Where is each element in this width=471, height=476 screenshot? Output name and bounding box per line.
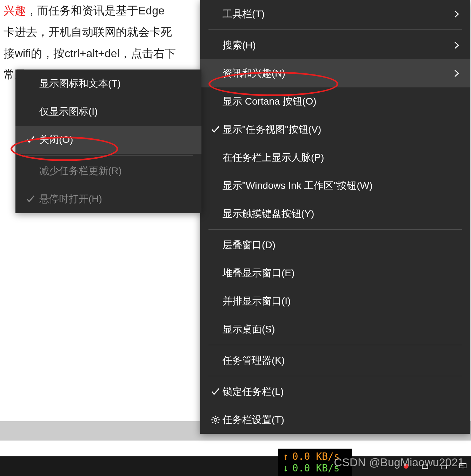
chevron-right-icon <box>451 10 462 18</box>
check-icon <box>208 125 223 134</box>
menu-separator <box>208 376 462 376</box>
menu-item-stack[interactable]: 堆叠显示窗口(E) <box>200 259 470 287</box>
menu-item-task-manager[interactable]: 任务管理器(K) <box>200 346 470 375</box>
chevron-right-icon <box>451 69 462 78</box>
submenu-item-close[interactable]: 关闭(O) <box>15 126 201 154</box>
tray-icon[interactable] <box>458 462 467 471</box>
submenu-item-icon-only[interactable]: 仅显示图标(I) <box>15 98 201 126</box>
submenu-item-hover-open: 悬停时打开(H) <box>15 185 201 213</box>
menu-item-cascade[interactable]: 层叠窗口(D) <box>200 231 470 259</box>
menu-item-taskview[interactable]: 显示"任务视图"按钮(V) <box>200 115 470 144</box>
arrow-up-icon: ↑ <box>283 451 289 462</box>
menu-item-lock-taskbar[interactable]: 锁定任务栏(L) <box>200 378 470 406</box>
svg-rect-11 <box>441 466 447 469</box>
svg-rect-12 <box>446 467 447 468</box>
svg-rect-10 <box>422 464 428 468</box>
taskbar[interactable] <box>0 456 471 476</box>
menu-item-people[interactable]: 在任务栏上显示人脉(P) <box>200 144 470 172</box>
svg-point-0 <box>214 418 217 421</box>
svg-line-8 <box>213 422 214 423</box>
svg-rect-13 <box>460 463 466 468</box>
gear-icon <box>208 415 223 425</box>
menu-item-show-desktop[interactable]: 显示桌面(S) <box>200 315 470 343</box>
news-interests-submenu: 显示图标和文本(T) 仅显示图标(I) 关闭(O) 减少任务栏更新(R) 悬停时… <box>15 70 201 213</box>
menu-item-search[interactable]: 搜索(H) <box>200 31 470 59</box>
submenu-item-icon-text[interactable]: 显示图标和文本(T) <box>15 70 201 98</box>
tray-icon[interactable] <box>402 462 411 471</box>
taskbar-context-menu: 工具栏(T) 搜索(H) 资讯和兴趣(N) 显示 Cortana 按钮(O) 显… <box>200 0 470 434</box>
submenu-item-reduce-updates: 减少任务栏更新(R) <box>15 157 201 185</box>
svg-point-9 <box>404 464 409 469</box>
check-icon <box>208 387 223 396</box>
menu-item-news-interests[interactable]: 资讯和兴趣(N) <box>200 59 470 87</box>
check-icon <box>22 194 39 204</box>
arrow-down-icon: ↓ <box>283 462 289 474</box>
tray-icon[interactable] <box>420 462 430 471</box>
check-icon <box>22 135 39 144</box>
chevron-right-icon <box>451 41 462 49</box>
svg-line-6 <box>218 422 219 423</box>
menu-item-touch-keyboard[interactable]: 显示触摸键盘按钮(Y) <box>200 200 470 228</box>
svg-line-5 <box>213 417 214 418</box>
menu-item-windows-ink[interactable]: 显示"Windows Ink 工作区"按钮(W) <box>200 172 470 200</box>
menu-item-toolbar[interactable]: 工具栏(T) <box>200 0 470 28</box>
netspeed-overlay: ↑0.0 KB/s ↓0.0 KB/s <box>278 449 352 476</box>
svg-line-7 <box>218 417 219 418</box>
menu-separator <box>208 345 462 345</box>
tray-icon[interactable] <box>439 462 449 471</box>
menu-separator <box>208 29 462 30</box>
menu-separator <box>208 229 462 230</box>
menu-item-sidebyside[interactable]: 并排显示窗口(I) <box>200 287 470 315</box>
menu-item-cortana[interactable]: 显示 Cortana 按钮(O) <box>200 87 470 115</box>
menu-item-taskbar-settings[interactable]: 任务栏设置(T) <box>200 406 470 434</box>
menu-separator <box>24 155 193 156</box>
